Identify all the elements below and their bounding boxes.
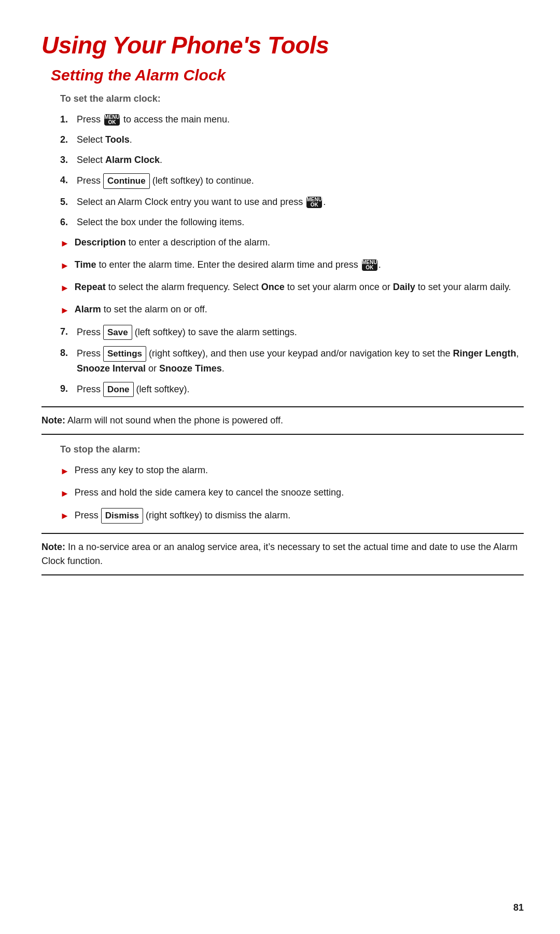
dismiss-button-label: Dismiss xyxy=(101,508,143,524)
stop-bullet-1: ► Press any key to stop the alarm. xyxy=(60,463,524,478)
step-7: 7. Press Save (left softkey) to save the… xyxy=(60,325,524,340)
bullet-time: ► Time to enter the alarm time. Enter th… xyxy=(60,258,524,273)
step-6-text: Select the box under the following items… xyxy=(77,215,524,229)
arrow-icon-3: ► xyxy=(60,281,69,295)
note-2: Note: In a no-service area or an analog … xyxy=(41,533,524,575)
step-5: 5. Select an Alarm Clock entry you want … xyxy=(60,195,524,209)
step-1-text: Press MENUOK to access the main menu. xyxy=(77,113,524,127)
arrow-icon-stop-2: ► xyxy=(60,487,69,501)
note-1-text: Alarm will not sound when the phone is p… xyxy=(67,415,283,425)
stop-bullet-2: ► Press and hold the side camera key to … xyxy=(60,486,524,501)
save-button-label: Save xyxy=(103,325,132,340)
stop-bullet-3: ► Press Dismiss (right softkey) to dismi… xyxy=(60,508,524,524)
steps-list: 1. Press MENUOK to access the main menu.… xyxy=(60,113,524,229)
step-6: 6. Select the box under the following it… xyxy=(60,215,524,229)
repeat-bold: Repeat xyxy=(75,282,106,292)
time-bold: Time xyxy=(75,259,96,270)
bullet-alarm-text: Alarm to set the alarm on or off. xyxy=(75,303,524,317)
stop-bullet-2-text: Press and hold the side camera key to ca… xyxy=(75,486,524,500)
arrow-icon-stop-1: ► xyxy=(60,464,69,478)
sub-heading-set-alarm: To set the alarm clock: xyxy=(60,93,524,104)
note-1: Note: Alarm will not sound when the phon… xyxy=(41,406,524,435)
step-num-3: 3. xyxy=(60,153,77,167)
done-button-label: Done xyxy=(103,382,134,397)
step-9: 9. Press Done (left softkey). xyxy=(60,382,524,397)
arrow-icon-stop-3: ► xyxy=(60,509,69,523)
step-3-text: Select Alarm Clock. xyxy=(77,153,524,167)
step-num-8: 8. xyxy=(60,346,77,360)
bullet-description-text: Description to enter a description of th… xyxy=(75,236,524,250)
section-title: Setting the Alarm Clock xyxy=(51,66,524,84)
step-num-6: 6. xyxy=(60,215,77,229)
steps-list-2: 7. Press Save (left softkey) to save the… xyxy=(60,325,524,397)
menu-ok-icon-5: MENUOK xyxy=(306,197,322,208)
step-9-text: Press Done (left softkey). xyxy=(77,382,524,397)
description-bold: Description xyxy=(75,237,126,248)
arrow-icon-4: ► xyxy=(60,304,69,318)
menu-ok-icon-1: MENUOK xyxy=(104,114,120,126)
note-1-label: Note: xyxy=(41,415,65,425)
continue-button-label: Continue xyxy=(103,173,150,189)
snooze-interval-bold: Snooze Interval xyxy=(77,363,146,374)
step-1: 1. Press MENUOK to access the main menu. xyxy=(60,113,524,127)
bullet-repeat: ► Repeat to select the alarm frequency. … xyxy=(60,280,524,295)
step-num-2: 2. xyxy=(60,133,77,147)
step-num-5: 5. xyxy=(60,195,77,209)
page-title: Using Your Phone's Tools xyxy=(41,31,524,59)
step-2: 2. Select Tools. xyxy=(60,133,524,147)
menu-ok-icon-time: MENUOK xyxy=(362,259,377,271)
settings-button-label: Settings xyxy=(103,346,146,362)
stop-bullet-1-text: Press any key to stop the alarm. xyxy=(75,463,524,477)
step-5-text: Select an Alarm Clock entry you want to … xyxy=(77,195,524,209)
bullet-repeat-text: Repeat to select the alarm frequency. Se… xyxy=(75,280,524,294)
stop-alarm-bullets: ► Press any key to stop the alarm. ► Pre… xyxy=(60,463,524,524)
bullet-alarm: ► Alarm to set the alarm on or off. xyxy=(60,303,524,318)
bullet-time-text: Time to enter the alarm time. Enter the … xyxy=(75,258,524,272)
daily-bold: Daily xyxy=(393,282,415,292)
once-bold: Once xyxy=(261,282,285,292)
step-8-text: Press Settings (right softkey), and then… xyxy=(77,346,524,376)
step-8: 8. Press Settings (right softkey), and t… xyxy=(60,346,524,376)
arrow-icon-1: ► xyxy=(60,237,69,251)
arrow-icon-2: ► xyxy=(60,259,69,273)
stop-bullet-3-text: Press Dismiss (right softkey) to dismiss… xyxy=(75,508,524,524)
step-4-text: Press Continue (left softkey) to continu… xyxy=(77,173,524,189)
step-6-bullets: ► Description to enter a description of … xyxy=(60,236,524,318)
step-num-7: 7. xyxy=(60,325,77,339)
step-num-4: 4. xyxy=(60,173,77,187)
snooze-times-bold: Snooze Times xyxy=(159,363,222,374)
step-7-text: Press Save (left softkey) to save the al… xyxy=(77,325,524,340)
note-2-text: In a no-service area or an analog servic… xyxy=(41,542,517,566)
step-4: 4. Press Continue (left softkey) to cont… xyxy=(60,173,524,189)
sub-heading-stop-alarm: To stop the alarm: xyxy=(60,444,524,455)
page-number: 81 xyxy=(513,902,524,913)
step-num-1: 1. xyxy=(60,113,77,127)
note-2-label: Note: xyxy=(41,542,65,552)
alarm-bold: Alarm xyxy=(75,304,101,314)
step-num-9: 9. xyxy=(60,382,77,396)
step-2-text: Select Tools. xyxy=(77,133,524,147)
bullet-description: ► Description to enter a description of … xyxy=(60,236,524,251)
step-2-bold: Tools xyxy=(105,134,130,145)
ringer-length-bold: Ringer Length xyxy=(453,348,516,359)
step-3: 3. Select Alarm Clock. xyxy=(60,153,524,167)
step-3-bold: Alarm Clock xyxy=(105,155,160,165)
